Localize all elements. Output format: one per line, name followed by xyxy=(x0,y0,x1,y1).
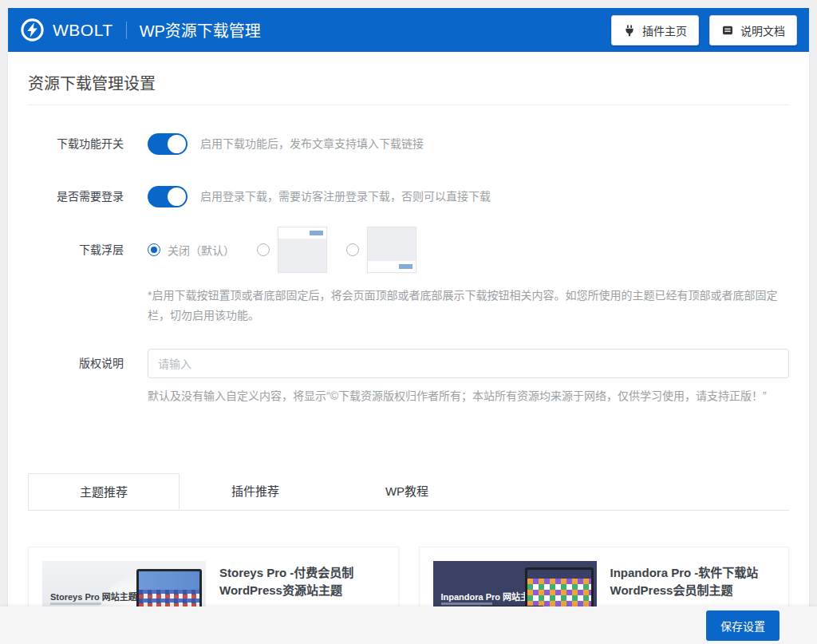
row-copyright: 版权说明 默认及没有输入自定义内容，将显示“©下载资源版权归作者所有；本站所有资… xyxy=(28,349,789,403)
plug-icon xyxy=(623,24,636,37)
copyright-label: 版权说明 xyxy=(28,349,148,378)
save-settings-bar: 保存设置 xyxy=(0,606,817,644)
plugin-title: WP资源下载管理 xyxy=(140,18,261,41)
tab-plugin-recommend[interactable]: 插件推荐 xyxy=(180,473,331,510)
download-switch-toggle[interactable] xyxy=(148,133,187,155)
overlay-option-off[interactable]: 关闭（默认） xyxy=(148,242,235,258)
login-required-desc: 启用登录下载，需要访客注册登录下载，否则可以直接下载 xyxy=(200,185,491,207)
tab-wp-tutorial[interactable]: WP教程 xyxy=(331,473,483,510)
theme-card-title[interactable]: Storeys Pro -付费会员制WordPress资源站主题 xyxy=(219,564,385,599)
header-actions: 插件主页 说明文档 xyxy=(611,15,797,45)
overlay-off-label: 关闭（默认） xyxy=(168,242,235,258)
download-overlay-label: 下载浮层 xyxy=(28,227,148,273)
header-divider xyxy=(126,22,127,39)
login-required-toggle[interactable] xyxy=(148,186,187,207)
overlay-bottom-preview[interactable] xyxy=(367,227,416,273)
row-download-overlay: 下载浮层 关闭（默认） xyxy=(28,227,789,325)
radio-unchecked-icon[interactable] xyxy=(346,243,359,256)
tab-theme-recommend[interactable]: 主题推荐 xyxy=(28,473,180,510)
toggle-knob xyxy=(168,135,186,153)
toggle-knob xyxy=(168,188,186,206)
overlay-option-bottom[interactable] xyxy=(346,227,416,273)
save-settings-button[interactable]: 保存设置 xyxy=(706,610,780,641)
overlay-radio-group: 关闭（默认） xyxy=(148,227,789,273)
wbolt-bolt-logo-icon xyxy=(20,18,45,42)
radio-checked-icon[interactable] xyxy=(148,243,160,256)
docs-button[interactable]: 说明文档 xyxy=(709,15,797,45)
document-icon xyxy=(721,24,734,37)
preview-button-chip xyxy=(399,264,412,269)
docs-label: 说明文档 xyxy=(740,22,785,38)
plugin-home-label: 插件主页 xyxy=(642,22,687,38)
plugin-home-button[interactable]: 插件主页 xyxy=(611,15,699,45)
banner-title: Inpandora Pro 网站主题 xyxy=(441,590,539,603)
login-required-label: 是否需要登录 xyxy=(28,185,148,207)
settings-content: 资源下载管理设置 下载功能开关 启用下载功能后，发布文章支持填入下载链接 是否需… xyxy=(8,52,809,644)
overlay-top-preview[interactable] xyxy=(278,227,327,273)
plugin-header-bar: WBOLT WP资源下载管理 插件主页 xyxy=(8,8,809,52)
preview-button-chip xyxy=(310,231,323,235)
brand-logo-group: WBOLT xyxy=(20,18,113,42)
recommend-tabs: 主题推荐 插件推荐 WP教程 xyxy=(28,473,789,511)
overlay-note: *启用下载按钮置顶或者底部固定后，将会页面顶部或者底部展示下载按钮相关内容。如您… xyxy=(148,286,789,325)
admin-content-panel: WBOLT WP资源下载管理 插件主页 xyxy=(8,8,809,644)
copyright-input[interactable] xyxy=(148,349,789,378)
brand-name: WBOLT xyxy=(53,21,113,40)
download-switch-label: 下载功能开关 xyxy=(28,132,148,155)
row-login-required: 是否需要登录 启用登录下载，需要访客注册登录下载，否则可以直接下载 xyxy=(28,185,789,207)
copyright-help: 默认及没有输入自定义内容，将显示“©下载资源版权归作者所有；本站所有资源均来源于… xyxy=(148,387,789,403)
page-title: 资源下载管理设置 xyxy=(28,52,789,105)
overlay-option-top[interactable] xyxy=(257,227,327,273)
radio-unchecked-icon[interactable] xyxy=(257,243,270,256)
banner-title: Storeys Pro 网站主题 xyxy=(50,590,137,603)
banner-subtitle-bar xyxy=(441,603,492,605)
banner-subtitle-bar xyxy=(50,603,101,605)
download-switch-desc: 启用下载功能后，发布文章支持填入下载链接 xyxy=(200,132,424,155)
theme-card-title[interactable]: Inpandora Pro -软件下载站WordPress会员制主题 xyxy=(610,564,776,599)
row-download-switch: 下载功能开关 启用下载功能后，发布文章支持填入下载链接 xyxy=(28,132,789,155)
